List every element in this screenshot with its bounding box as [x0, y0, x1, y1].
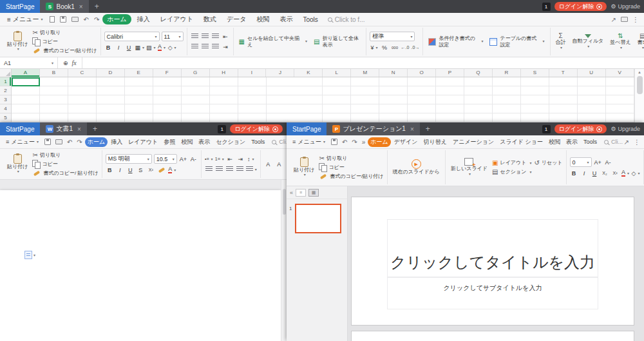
- scroll-up-icon[interactable]: ▲: [638, 70, 641, 74]
- menu-button[interactable]: ≡ メニュー ▾: [4, 15, 46, 24]
- reset-button[interactable]: ↺ リセット: [534, 159, 562, 167]
- menu-transitions[interactable]: 切り替え: [421, 137, 450, 147]
- highlight-button[interactable]: [157, 166, 166, 174]
- new-tab-button[interactable]: +: [87, 122, 103, 135]
- align-left-button[interactable]: [205, 165, 213, 173]
- notification-badge[interactable]: 1: [542, 3, 551, 11]
- undo-icon[interactable]: ↶: [82, 16, 91, 23]
- menu-review[interactable]: 校閲: [178, 137, 195, 147]
- column-header[interactable]: K: [294, 69, 323, 77]
- vertical-scrollbar[interactable]: ▲: [634, 69, 644, 122]
- column-header[interactable]: L: [323, 69, 351, 77]
- row-header[interactable]: 1: [0, 77, 11, 86]
- cut-button[interactable]: ✂ 切り取り: [32, 28, 97, 37]
- italic-button[interactable]: I: [580, 169, 589, 177]
- menu-home[interactable]: ホーム: [368, 137, 390, 147]
- font-name-select[interactable]: Calibri: [104, 32, 160, 41]
- column-header[interactable]: I: [238, 69, 267, 77]
- undo-icon[interactable]: ↶: [340, 139, 349, 146]
- row-header[interactable]: 4: [0, 104, 11, 113]
- more-icon[interactable]: ⋮: [634, 139, 640, 146]
- menu-review[interactable]: 校閲: [252, 14, 274, 24]
- wrap-text-button[interactable]: ▤ 折り返して全体表示: [312, 35, 363, 48]
- column-header[interactable]: V: [606, 69, 634, 77]
- underline-button[interactable]: U: [125, 43, 133, 52]
- align-center-button[interactable]: [201, 43, 209, 51]
- column-header[interactable]: Q: [464, 69, 493, 77]
- print-icon[interactable]: [53, 139, 64, 144]
- layout-button[interactable]: ▣ レイアウト: [492, 159, 531, 167]
- align-center-button[interactable]: [215, 165, 223, 173]
- column-header[interactable]: C: [68, 69, 97, 77]
- currency-button[interactable]: ¥: [370, 43, 378, 52]
- sheet-cells[interactable]: [12, 77, 634, 122]
- search-box[interactable]: Cli...: [604, 139, 623, 145]
- new-file-icon[interactable]: [48, 16, 57, 23]
- sort-button[interactable]: ⇅ 並べ替え: [608, 32, 632, 50]
- menu-references[interactable]: 参照: [161, 137, 178, 147]
- italic-button[interactable]: I: [115, 43, 123, 52]
- column-header[interactable]: N: [379, 69, 408, 77]
- column-header[interactable]: E: [125, 69, 153, 77]
- menu-design[interactable]: デザイン: [392, 137, 421, 147]
- menu-insert[interactable]: 挿入: [108, 137, 125, 147]
- column-header[interactable]: F: [153, 69, 182, 77]
- format-button[interactable]: ▤ 書式: [636, 32, 644, 50]
- collapse-panel-icon[interactable]: «: [290, 190, 293, 196]
- line-spacing-button[interactable]: ↕: [247, 155, 255, 163]
- play-from-current-button[interactable]: ▶ 現在のスライドから: [391, 159, 442, 175]
- grow-font-button[interactable]: A+: [594, 158, 602, 166]
- overflow-icon[interactable]: »: [360, 139, 368, 146]
- menu-view[interactable]: 表示: [564, 137, 580, 147]
- table-format-button[interactable]: テーブルの書式設定: [488, 35, 546, 48]
- copy-button[interactable]: コピー: [319, 163, 383, 171]
- font-name-select[interactable]: MS 明朝: [106, 154, 152, 164]
- subtitle-placeholder[interactable]: クリックしてサブタイトルを入力: [387, 277, 598, 309]
- bold-button[interactable]: B: [104, 43, 113, 52]
- font-size-select[interactable]: 11: [162, 32, 184, 41]
- format-painter-button[interactable]: 書式のコピー/貼り付け: [32, 46, 97, 55]
- share-icon[interactable]: ↗: [624, 139, 629, 146]
- merge-center-button[interactable]: ▦ セルを結合して中央揃え: [237, 35, 309, 48]
- select-all-corner[interactable]: [0, 69, 12, 77]
- font-color-button[interactable]: A: [158, 43, 166, 52]
- cut-button[interactable]: ✂ 切り取り: [319, 154, 383, 162]
- title-placeholder[interactable]: クリックしてタイトルを入力: [387, 219, 598, 277]
- align-bottom-button[interactable]: [211, 32, 220, 41]
- column-header[interactable]: O: [408, 69, 436, 77]
- column-header[interactable]: R: [493, 69, 521, 77]
- print-preview-icon[interactable]: [621, 16, 628, 23]
- copy-button[interactable]: コピー: [32, 37, 97, 46]
- format-painter-button[interactable]: 書式のコピー/ 貼り付け: [32, 169, 98, 177]
- menu-review[interactable]: 校閲: [546, 137, 563, 147]
- undo-icon[interactable]: ↶: [65, 139, 74, 146]
- align-middle-button[interactable]: [201, 32, 209, 41]
- tab-document1[interactable]: W 文書1 ×: [40, 122, 86, 135]
- column-header[interactable]: D: [97, 69, 125, 77]
- subscript-button[interactable]: X₂: [601, 169, 609, 177]
- share-icon[interactable]: ↗: [611, 16, 616, 23]
- slides-view-toggle[interactable]: ▦: [308, 189, 319, 197]
- menu-view[interactable]: 表示: [275, 14, 297, 24]
- menu-slideshow[interactable]: スライド ショー: [497, 137, 545, 147]
- decrease-decimal-button[interactable]: .0→: [411, 43, 419, 52]
- font-size-select[interactable]: 10.5: [154, 154, 177, 164]
- notification-badge[interactable]: 1: [218, 125, 226, 133]
- menu-button[interactable]: ≡ メニュー ▾: [289, 138, 328, 146]
- print-icon[interactable]: [70, 17, 80, 22]
- redo-icon[interactable]: ↷: [350, 139, 359, 146]
- redo-icon[interactable]: ↷: [75, 139, 84, 146]
- align-top-button[interactable]: [191, 32, 199, 41]
- paste-button[interactable]: 貼り付け: [292, 157, 316, 178]
- fx-icon[interactable]: fx: [72, 59, 77, 66]
- cut-button[interactable]: ✂ 切り取り: [32, 151, 98, 159]
- grow-font-button[interactable]: A+: [179, 155, 187, 163]
- shrink-font-button[interactable]: A-: [604, 158, 612, 166]
- close-tab-icon[interactable]: ×: [77, 126, 81, 133]
- menu-home[interactable]: ホーム: [85, 137, 108, 147]
- name-box[interactable]: A1 ▾: [0, 57, 58, 68]
- increase-decimal-button[interactable]: ←.0: [401, 43, 409, 52]
- notification-badge[interactable]: 1: [542, 125, 551, 133]
- strikethrough-button[interactable]: S: [137, 166, 145, 174]
- paste-button[interactable]: 貼り付け: [5, 153, 30, 175]
